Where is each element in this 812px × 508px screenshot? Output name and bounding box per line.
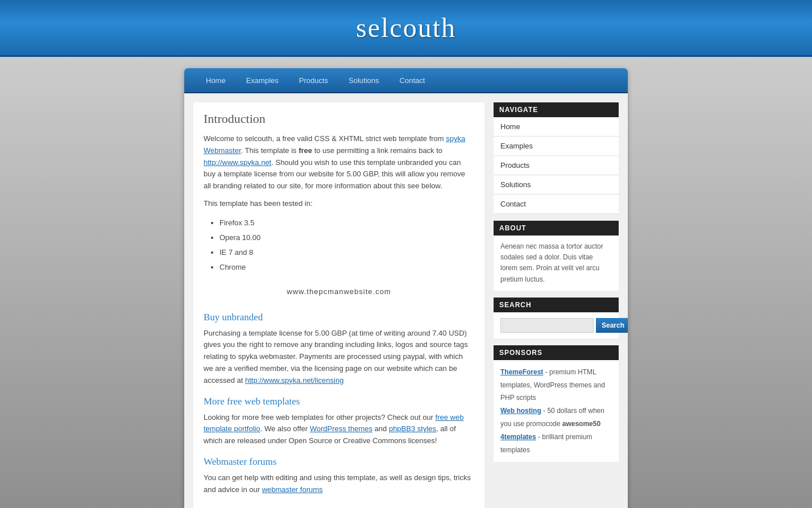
section2-paragraph: Looking for more free web templates for … xyxy=(204,412,474,447)
webhosting-link[interactable]: Web hosting xyxy=(500,407,541,415)
forums-link[interactable]: webmaster forums xyxy=(262,485,323,494)
intro-paragraph: Welcome to selcouth, a free valid CSS & … xyxy=(204,133,474,192)
sidebar-search-section: SEARCH Search xyxy=(494,298,619,338)
sidebar-item-solutions[interactable]: Solutions xyxy=(494,175,619,195)
intro-text-2: . This template is xyxy=(241,146,299,155)
section2-text2: . We also offer xyxy=(260,424,310,433)
sidebar-item-products[interactable]: Products xyxy=(494,156,619,175)
nav-item-examples[interactable]: Examples xyxy=(236,69,289,92)
tested-text: This template has been tested in: xyxy=(204,198,474,210)
section3-heading: Webmaster forums xyxy=(204,456,474,468)
promo-code: awesome50 xyxy=(562,420,600,428)
section3-text1: You can get help with editing and using … xyxy=(204,473,471,494)
nav-item-products[interactable]: Products xyxy=(289,69,338,92)
list-item: IE 7 and 8 xyxy=(219,245,474,260)
sidebar-item-contact[interactable]: Contact xyxy=(494,195,619,214)
phpbb-link[interactable]: phpBB3 styles xyxy=(389,424,436,433)
sponsor-item-3: 4templates - brilliant premium templates xyxy=(500,431,612,457)
main-container: Home Examples Products Solutions Contact… xyxy=(184,68,628,508)
top-nav: Home Examples Products Solutions Contact xyxy=(184,68,628,93)
section3-paragraph: You can get help with editing and using … xyxy=(204,472,474,496)
list-item: Opera 10.00 xyxy=(219,230,474,245)
wp-themes-link[interactable]: WordPress themes xyxy=(310,424,372,433)
intro-bold: free xyxy=(299,146,312,155)
sponsors-content: ThemeForest - premium HTML templates, Wo… xyxy=(494,360,619,462)
nav-item-solutions[interactable]: Solutions xyxy=(338,69,389,92)
section2-text3: and xyxy=(372,424,389,433)
list-item: Firefox 3.5 xyxy=(219,216,474,230)
search-heading: SEARCH xyxy=(494,298,619,312)
section1-heading: Buy unbranded xyxy=(204,312,474,323)
intro-text-1: Welcome to selcouth, a free valid CSS & … xyxy=(204,134,446,143)
tested-list: Firefox 3.5 Opera 10.00 IE 7 and 8 Chrom… xyxy=(219,216,474,275)
themeforest-link[interactable]: ThemeForest xyxy=(500,368,543,376)
search-button[interactable]: Search xyxy=(596,318,628,333)
about-heading: ABOUT xyxy=(494,221,619,236)
navigate-heading: NAVIGATE xyxy=(494,102,619,117)
sidebar-item-examples[interactable]: Examples xyxy=(494,137,619,156)
content-wrap: Introduction Welcome to selcouth, a free… xyxy=(184,93,628,508)
search-input[interactable] xyxy=(500,318,594,333)
section2-heading: More free web templates xyxy=(204,396,474,407)
sidebar: NAVIGATE Home Examples Products Solution… xyxy=(494,102,619,508)
sponsors-heading: SPONSORS xyxy=(494,345,619,360)
section1-paragraph: Purchasing a template license for 5.00 G… xyxy=(204,328,474,387)
main-content: Introduction Welcome to selcouth, a free… xyxy=(193,102,484,508)
list-item: Chrome xyxy=(219,260,474,275)
sponsor-item-2: Web hosting - 50 dollars off when you us… xyxy=(500,404,612,431)
intro-text-3: to use permitting a link remains back to xyxy=(312,146,442,155)
watermark: www.thepcmanwebsite.com xyxy=(204,282,474,303)
4templates-link[interactable]: 4templates xyxy=(500,433,536,441)
licensing-link[interactable]: http://www.spyka.net/licensing xyxy=(245,376,343,385)
section2-text1: Looking for more free web templates for … xyxy=(204,413,436,422)
sidebar-navigate-section: NAVIGATE Home Examples Products Solution… xyxy=(494,102,619,214)
spyka-url-link[interactable]: http://www.spyka.net xyxy=(204,158,271,167)
nav-item-contact[interactable]: Contact xyxy=(390,69,436,92)
outer-wrapper: Home Examples Products Solutions Contact… xyxy=(0,57,812,508)
sponsor-item-1: ThemeForest - premium HTML templates, Wo… xyxy=(500,366,612,404)
site-title: selcouth xyxy=(356,12,456,43)
sidebar-about-section: ABOUT Aenean nec massa a tortor auctor s… xyxy=(494,221,619,291)
site-header: selcouth xyxy=(0,0,812,57)
nav-item-home[interactable]: Home xyxy=(196,69,236,92)
about-text: Aenean nec massa a tortor auctor sodales… xyxy=(494,236,619,291)
main-heading: Introduction xyxy=(204,111,474,126)
search-area: Search xyxy=(494,312,619,338)
sidebar-sponsors-section: SPONSORS ThemeForest - premium HTML temp… xyxy=(494,345,619,462)
sidebar-item-home[interactable]: Home xyxy=(494,117,619,137)
